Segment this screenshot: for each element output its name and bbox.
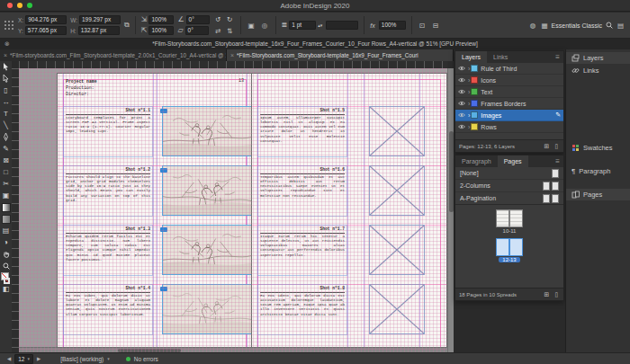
disclosure-icon[interactable]: › bbox=[468, 124, 470, 130]
text-frame[interactable]: Shot nº1.5 Ipsum autem, ullamcorper susc… bbox=[257, 106, 347, 157]
spread-thumbnail-selected[interactable]: 12-13 bbox=[455, 238, 563, 262]
storyboard-image-frame[interactable] bbox=[162, 165, 252, 216]
new-layer-icon[interactable]: ⊞ bbox=[544, 143, 550, 149]
workspace-switcher[interactable]: Essentials Classic bbox=[552, 22, 602, 29]
empty-graphic-frame[interactable] bbox=[369, 225, 425, 275]
page-left[interactable]: Project name Production: Director: 13 Sh… bbox=[58, 74, 252, 352]
hand-tool[interactable] bbox=[0, 248, 12, 260]
stroke-swatch[interactable] bbox=[4, 278, 10, 284]
note-tool[interactable]: ▤ bbox=[0, 225, 12, 236]
gradient-feather-tool[interactable] bbox=[0, 213, 12, 225]
storyboard-image-frame[interactable] bbox=[162, 284, 252, 334]
page-thumbnail[interactable] bbox=[496, 209, 509, 227]
fit-content-button[interactable]: ⊡ bbox=[418, 21, 428, 31]
frame-tag[interactable] bbox=[160, 168, 167, 173]
disclosure-icon[interactable]: › bbox=[468, 89, 470, 95]
layer-row[interactable]: › Rule of Third bbox=[455, 63, 563, 75]
constrain-dimensions-icon[interactable]: ⧉ bbox=[124, 22, 130, 29]
master-page-row[interactable]: 2-Columns bbox=[455, 180, 563, 192]
line-tool[interactable]: ╲ bbox=[0, 120, 12, 131]
tab-links[interactable]: Links bbox=[487, 51, 514, 63]
preflight-profile-menu[interactable]: [Basic] (working) bbox=[60, 356, 104, 362]
pencil-tool[interactable]: ✎ bbox=[0, 143, 12, 155]
type-tool[interactable]: T bbox=[0, 108, 12, 120]
text-frame[interactable]: Shot nº1.6 Temporibus autem quibusdam et… bbox=[257, 165, 347, 217]
text-frame[interactable]: Shot nº1.7 Itaque earum rerum hic tenetu… bbox=[257, 225, 347, 276]
text-frame[interactable]: Shot nº1.1 Storyboard templates for prin… bbox=[63, 106, 153, 157]
stroke-type-select[interactable] bbox=[326, 21, 358, 30]
layer-row[interactable]: › Text bbox=[455, 86, 563, 98]
opacity-field[interactable]: 100% bbox=[379, 21, 406, 30]
rectangle-tool[interactable]: □ bbox=[0, 166, 12, 178]
search-icon[interactable] bbox=[604, 21, 614, 31]
scale-y-field[interactable]: 100% bbox=[148, 26, 174, 35]
visibility-eye-icon[interactable] bbox=[458, 66, 465, 71]
disclosure-icon[interactable]: › bbox=[468, 112, 470, 119]
project-info-block[interactable]: Project name Production: Director: bbox=[66, 78, 97, 98]
delete-layer-icon[interactable]: ▯ bbox=[554, 143, 560, 149]
dock-item-paragraph[interactable]: ¶ Paragraph bbox=[566, 165, 630, 177]
flip-vertical-button[interactable]: ⇅ bbox=[225, 26, 235, 36]
page-thumbnail[interactable] bbox=[509, 238, 523, 256]
select-container-button[interactable]: ▣ bbox=[247, 21, 256, 31]
gradient-swatch-tool[interactable] bbox=[0, 201, 12, 213]
fit-frame-button[interactable]: ⊟ bbox=[431, 21, 441, 31]
page-right[interactable]: Shot nº1.5 Ipsum autem, ullamcorper susc… bbox=[252, 74, 446, 352]
reference-point-proxy[interactable] bbox=[4, 21, 14, 31]
frame-tag[interactable] bbox=[160, 287, 167, 291]
dock-item-layers[interactable]: Layers bbox=[566, 52, 630, 64]
tab-layers[interactable]: Layers bbox=[455, 51, 487, 63]
layer-row[interactable]: › Frames Borders bbox=[455, 98, 563, 110]
visibility-eye-icon[interactable] bbox=[458, 89, 465, 94]
gap-tool[interactable]: ↔ bbox=[0, 96, 12, 108]
disclosure-icon[interactable]: › bbox=[468, 77, 470, 84]
rotation-angle-field[interactable]: 0° bbox=[186, 15, 210, 24]
empty-graphic-frame[interactable] bbox=[369, 106, 425, 156]
rectangle-frame-tool[interactable]: ⊠ bbox=[0, 155, 12, 166]
layer-row[interactable]: › Rows bbox=[455, 121, 563, 133]
screen-mode-button[interactable]: ◧ bbox=[0, 283, 12, 295]
frame-tag[interactable] bbox=[160, 227, 167, 232]
page-thumbnail[interactable] bbox=[496, 238, 509, 256]
y-position-field[interactable]: 577.065 px bbox=[25, 26, 67, 35]
page-thumbnail[interactable] bbox=[509, 209, 523, 227]
layer-row-selected[interactable]: › Images ✎ bbox=[455, 110, 563, 121]
color-theme-tool[interactable]: ◑ bbox=[0, 236, 12, 248]
layer-row[interactable]: › Icons bbox=[455, 75, 563, 86]
visibility-eye-icon[interactable] bbox=[458, 112, 465, 118]
text-frame[interactable]: Shot nº1.4 Ea eos iubet, qui dolorum dic… bbox=[63, 284, 153, 335]
document-tab-2-active[interactable]: × *Film-Storyboards.com_Storyboard-templ… bbox=[227, 49, 454, 61]
scale-x-field[interactable]: 100% bbox=[148, 15, 174, 24]
delete-page-icon[interactable]: ▯ bbox=[554, 291, 560, 297]
tab-pages[interactable]: Pages bbox=[498, 155, 528, 167]
visibility-eye-icon[interactable] bbox=[458, 101, 465, 106]
visibility-eye-icon[interactable] bbox=[458, 124, 465, 129]
app-home-icon[interactable]: ▤ bbox=[616, 21, 626, 31]
free-transform-tool[interactable]: ▣ bbox=[0, 190, 12, 201]
effects-icon[interactable]: fx bbox=[370, 22, 374, 29]
pasteboard[interactable]: Project name Production: Director: 13 Sh… bbox=[19, 68, 447, 352]
visibility-eye-icon[interactable] bbox=[458, 77, 465, 83]
rotate-ccw-button[interactable]: ↺ bbox=[213, 14, 223, 24]
text-frame[interactable]: Shot nº1.3 Etharum quidem rerum facilis … bbox=[63, 225, 153, 276]
height-field[interactable]: 132.87 px bbox=[78, 26, 120, 35]
panel-menu-icon[interactable]: ≡ bbox=[555, 51, 560, 63]
text-frame[interactable]: Shot nº1.8 Ea eos ident, qui dolorum dic… bbox=[257, 284, 347, 335]
text-frame[interactable]: Shot nº1.2 Pictures should align to the … bbox=[63, 165, 153, 217]
spread-thumbnail[interactable]: 10-11 bbox=[455, 209, 563, 234]
dock-item-links[interactable]: Links bbox=[566, 65, 630, 76]
select-content-button[interactable]: ◎ bbox=[260, 21, 270, 31]
new-page-icon[interactable]: ⊞ bbox=[544, 291, 550, 297]
disclosure-icon[interactable]: › bbox=[468, 66, 470, 72]
rotate-cw-button[interactable]: ↻ bbox=[225, 14, 235, 24]
storyboard-image-frame[interactable] bbox=[162, 225, 252, 275]
stroke-weight-stepper[interactable]: ▴▾ bbox=[318, 23, 322, 28]
close-tab-icon[interactable]: × bbox=[4, 49, 7, 61]
panel-menu-icon[interactable]: ≡ bbox=[555, 155, 560, 167]
master-page-row[interactable]: A-Pagination bbox=[455, 192, 563, 205]
frame-tag[interactable] bbox=[160, 109, 167, 113]
previous-page-button[interactable]: ◀ bbox=[7, 356, 11, 361]
disclosure-icon[interactable]: › bbox=[468, 101, 470, 107]
stroke-weight-select[interactable]: 1 pt bbox=[289, 21, 316, 30]
document-tab-1[interactable]: × *Film-storyboards.com_Film_Storyboard-… bbox=[0, 49, 227, 61]
